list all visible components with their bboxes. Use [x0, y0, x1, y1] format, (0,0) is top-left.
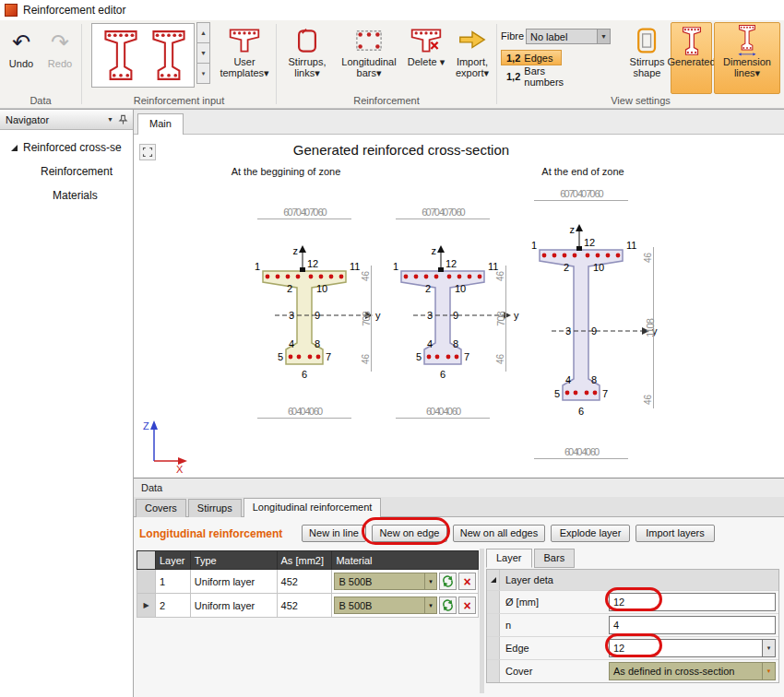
panel-splitter[interactable] [480, 549, 484, 693]
generated-label: Generated [668, 56, 716, 67]
delete-layer-button[interactable]: × [458, 573, 476, 590]
cell-type: Uniform layer [190, 570, 277, 594]
table-row[interactable]: 1 Uniform layer 452 B 500B ▾ [137, 570, 479, 594]
app-icon [5, 4, 18, 17]
cover-dropdown[interactable]: As defined in cross-section▾ [609, 662, 776, 680]
properties-tabs: Layer Bars [486, 549, 575, 568]
tab-main[interactable]: Main [137, 113, 184, 136]
sidebar-item-reinforced-cross-section[interactable]: Reinforced cross-se [0, 136, 133, 159]
generated-button[interactable]: Generated [671, 22, 712, 94]
import-export-button[interactable]: Import, export▾ [450, 22, 494, 94]
chevron-down-icon[interactable]: ▾ [762, 640, 775, 656]
bars-numbers-toggle[interactable]: 1,2 Bars numbers [501, 68, 589, 84]
cell-type: Uniform layer [190, 594, 277, 618]
cell-as: 452 [277, 570, 332, 594]
dimension-lines-icon [735, 25, 759, 56]
explode-layer-button[interactable]: Explode layer [551, 525, 630, 542]
material-value: B 500B [335, 576, 424, 587]
svg-text:3: 3 [565, 325, 571, 337]
fit-view-button[interactable] [139, 144, 156, 160]
data-panel-title: Data [134, 478, 784, 497]
edges-label: Edges [524, 53, 552, 64]
svg-text:8: 8 [453, 338, 458, 349]
diameter-value: 12 [613, 594, 775, 610]
dimension-top-a: 60 70 40 70 60 [255, 207, 353, 221]
redo-button[interactable]: ↷ Redo [42, 24, 77, 92]
user-templates-button[interactable]: User templates▾ [216, 22, 273, 94]
dimension-cover: 46 [495, 354, 505, 364]
stirrup-icon [293, 25, 321, 56]
tab-covers[interactable]: Covers [136, 499, 186, 517]
column-header-type: Type [190, 551, 277, 570]
material-dropdown[interactable]: B 500B ▾ [334, 597, 437, 614]
pin-icon[interactable] [118, 114, 128, 125]
tab-bars[interactable]: Bars [534, 549, 576, 568]
tab-layer[interactable]: Layer [486, 549, 532, 568]
drawing-canvas[interactable]: Generated reinforced cross-section At th… [134, 135, 784, 478]
svg-text:3: 3 [289, 310, 294, 321]
diameter-input[interactable]: 12 [609, 593, 776, 611]
tab-stirrups[interactable]: Stirrups [188, 499, 242, 517]
column-header-material: Material [332, 551, 479, 570]
gallery-scroll-down-icon[interactable]: ▼ [196, 42, 210, 64]
chevron-down-icon: ▾ [424, 597, 436, 613]
delete-layer-button[interactable]: × [458, 597, 476, 614]
table-row-selected[interactable]: ▶ 2 Uniform layer 452 B 500B ▾ [137, 594, 479, 618]
property-label: n [500, 614, 609, 636]
sidebar-item-materials[interactable]: Materials [0, 183, 133, 207]
gallery-scroll-up-icon[interactable]: ▲ [196, 22, 210, 43]
dimension-top-c: 60 70 40 70 60 [532, 188, 630, 203]
edges-toggle[interactable]: 1,2 Edges [501, 50, 562, 65]
sidebar-item-reinforcement[interactable]: Reinforcement [0, 159, 133, 183]
longitudinal-bars-button[interactable]: Longitudinal bars▾ [336, 22, 402, 94]
svg-text:7: 7 [464, 351, 469, 362]
edge-dropdown[interactable]: 12▾ [609, 639, 776, 657]
dimension-cover: 46 [495, 271, 505, 281]
fibre-dropdown[interactable]: No label ▼ [526, 29, 611, 44]
axis-z-label: z [293, 245, 299, 256]
svg-text:11: 11 [626, 240, 636, 251]
navigator-dropdown-icon[interactable]: ▼ [107, 116, 113, 123]
delete-button[interactable]: Delete ▾ [406, 22, 446, 94]
dimension-cover: 46 [643, 395, 653, 405]
dimension-cover: 46 [361, 354, 371, 364]
new-on-edge-button[interactable]: New on edge [372, 525, 447, 542]
refresh-material-button[interactable] [439, 597, 457, 614]
delete-icon [410, 25, 443, 56]
gallery-more-icon[interactable]: ▾ [196, 63, 210, 84]
dimension-cover: 46 [643, 253, 653, 263]
property-group-title: Layer deta [505, 574, 553, 585]
chevron-down-icon[interactable]: ▾ [762, 663, 775, 679]
axis-z-label: z [570, 224, 576, 235]
i-beam-section-icon[interactable] [149, 29, 188, 82]
group-gutter [487, 570, 500, 590]
property-group-header[interactable]: Layer deta [487, 570, 778, 590]
material-dropdown[interactable]: B 500B ▾ [334, 573, 437, 590]
bar-count-input[interactable]: 4 [609, 616, 776, 634]
tree-expander-icon[interactable] [11, 145, 18, 151]
dimension-lines-label: Dimension lines▾ [715, 56, 779, 78]
svg-text:6: 6 [440, 369, 445, 380]
new-in-line-button[interactable]: New in line [302, 525, 366, 542]
cross-section-gallery[interactable] [91, 23, 195, 88]
svg-text:12: 12 [307, 258, 318, 269]
row-selector[interactable]: ▶ [137, 594, 156, 618]
row-selector[interactable] [137, 570, 156, 594]
gallery-scroll: ▲ ▼ ▾ [196, 23, 210, 88]
svg-text:3: 3 [427, 310, 433, 321]
import-layers-button[interactable]: Import layers [636, 525, 715, 542]
refresh-material-button[interactable] [439, 573, 457, 590]
group-expander-icon[interactable] [491, 577, 496, 583]
new-on-all-edges-button[interactable]: New on all edges [453, 525, 545, 542]
tab-longitudinal-reinforcement[interactable]: Longitudinal reinforcement [244, 498, 382, 517]
stirrups-shape-button[interactable]: Stirrups shape [625, 22, 669, 94]
stirrups-links-button[interactable]: Stirrups, links▾ [282, 22, 332, 94]
dimension-lines-button[interactable]: Dimension lines▾ [714, 22, 780, 94]
svg-text:7: 7 [602, 388, 608, 399]
fibre-value: No label [527, 31, 597, 42]
i-beam-section-icon[interactable] [101, 29, 140, 82]
svg-text:4: 4 [427, 338, 433, 349]
undo-icon: ↶ [12, 27, 30, 58]
import-export-label: Import, export▾ [451, 56, 493, 78]
undo-button[interactable]: ↶ Undo [4, 24, 39, 92]
